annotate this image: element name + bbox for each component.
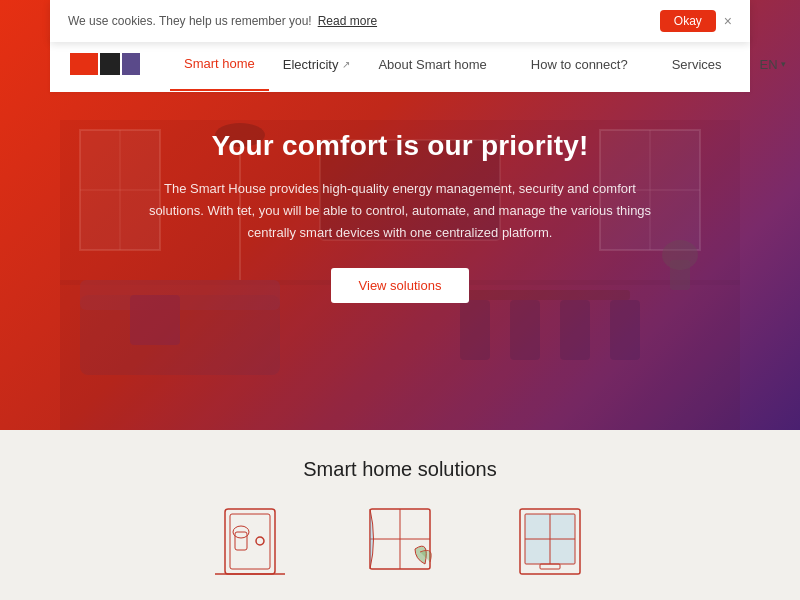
cookie-message: We use cookies. They help us remember yo…: [68, 14, 312, 28]
nav-item-electricity[interactable]: Electricity ↗: [269, 39, 365, 90]
cookie-text: We use cookies. They help us remember yo…: [68, 14, 377, 28]
hero-title: Your comfort is our priority!: [140, 130, 660, 162]
bottom-section: Smart home solutions: [0, 430, 800, 600]
svg-rect-34: [540, 564, 560, 569]
logo[interactable]: [70, 53, 140, 75]
cookie-banner: We use cookies. They help us remember yo…: [50, 0, 750, 42]
nav-item-services[interactable]: Services: [658, 39, 736, 90]
cookie-actions: Okay ×: [660, 10, 732, 32]
logo-purple-block: [122, 53, 140, 75]
nav-item-how-to[interactable]: How to connect?: [517, 39, 642, 90]
nav-main: Smart home Electricity ↗: [170, 38, 364, 91]
logo-dark-block: [100, 53, 120, 75]
navbar: Smart home Electricity ↗ About Smart hom…: [50, 36, 750, 92]
bottom-section-title: Smart home solutions: [303, 458, 496, 481]
solution-illustrations: [205, 501, 595, 581]
cookie-ok-button[interactable]: Okay: [660, 10, 716, 32]
cookie-read-more-link[interactable]: Read more: [318, 14, 377, 28]
svg-point-23: [256, 537, 264, 545]
illustration-smart-window: [505, 501, 595, 581]
view-solutions-button[interactable]: View solutions: [331, 268, 470, 303]
svg-rect-13: [460, 300, 490, 360]
svg-rect-16: [610, 300, 640, 360]
illustration-window: [355, 501, 445, 581]
svg-rect-15: [560, 300, 590, 360]
hero-subtitle: The Smart House provides high-quality en…: [140, 178, 660, 244]
hero-content: Your comfort is our priority! The Smart …: [140, 130, 660, 303]
external-link-icon: ↗: [342, 59, 350, 70]
illustration-door: [205, 501, 295, 581]
chevron-down-icon: ▾: [781, 59, 786, 69]
nav-item-about[interactable]: About Smart home: [364, 39, 500, 90]
svg-rect-21: [225, 509, 275, 574]
logo-red-block: [70, 53, 98, 75]
svg-rect-24: [235, 532, 247, 550]
svg-rect-14: [510, 300, 540, 360]
language-selector[interactable]: EN ▾: [752, 53, 794, 76]
cookie-close-button[interactable]: ×: [724, 13, 732, 29]
svg-point-20: [662, 240, 698, 270]
nav-right: About Smart home How to connect? Service…: [364, 39, 793, 90]
nav-item-smart-home[interactable]: Smart home: [170, 38, 269, 91]
